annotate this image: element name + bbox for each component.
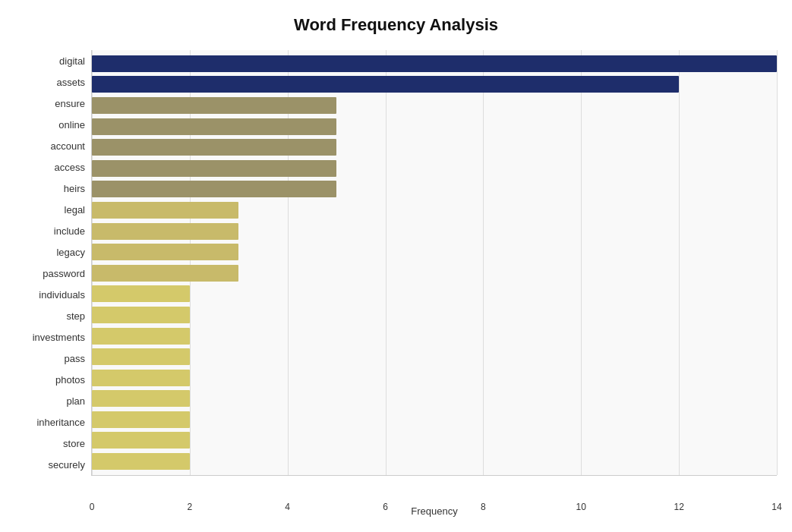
bar-row [92, 200, 777, 221]
x-tick: 14 [771, 502, 781, 512]
bar [92, 432, 190, 449]
x-tick: 6 [383, 502, 388, 512]
x-tick: 8 [481, 502, 486, 512]
bar [92, 390, 190, 407]
y-label: investments [33, 332, 85, 342]
chart-container: Word Frequency Analysis digitalassetsens… [0, 0, 792, 532]
bar-row [92, 367, 777, 389]
y-axis: digitalassetsensureonlineaccountaccesshe… [15, 50, 91, 476]
y-label: access [55, 162, 85, 172]
y-label: password [43, 269, 85, 279]
bar-row [92, 346, 777, 367]
y-label: assets [56, 77, 85, 87]
x-tick: 0 [90, 502, 95, 512]
bar [92, 118, 336, 135]
x-axis-label: Frequency [411, 505, 457, 517]
bar-row [92, 389, 777, 410]
y-label: pass [65, 354, 85, 364]
bars-container [92, 50, 777, 475]
bar [92, 139, 336, 156]
y-label: store [63, 439, 85, 449]
y-label: digital [59, 56, 85, 66]
bar-row [92, 409, 777, 430]
y-label: online [58, 120, 85, 130]
bar [92, 348, 190, 365]
bar-row [92, 304, 777, 326]
bar-row [92, 158, 777, 179]
y-label: step [66, 311, 85, 321]
chart-area: digitalassetsensureonlineaccountaccesshe… [15, 50, 777, 476]
x-tick: 2 [188, 502, 193, 512]
chart-title: Word Frequency Analysis [15, 15, 777, 35]
bar-row [92, 284, 777, 305]
bar [92, 202, 238, 219]
bar [92, 265, 238, 282]
bar-row [92, 326, 777, 347]
bar-row [92, 95, 777, 116]
bar-row [92, 116, 777, 137]
y-label: account [50, 141, 85, 151]
bar [92, 76, 679, 93]
y-label: individuals [39, 290, 85, 300]
bar [92, 160, 336, 177]
bar-row [92, 221, 777, 242]
plot-area: 02468101214 Frequency [91, 50, 777, 476]
bar [92, 244, 238, 260]
y-label: plan [66, 396, 85, 406]
y-label: legal [65, 205, 85, 215]
y-label: photos [55, 375, 85, 385]
y-label: ensure [55, 99, 85, 109]
x-tick: 4 [285, 502, 290, 512]
bar-row [92, 263, 777, 284]
y-label: heirs [64, 184, 85, 194]
bar [92, 55, 777, 72]
bar [92, 328, 190, 345]
bar [92, 307, 190, 323]
bar [92, 453, 190, 470]
y-label: legacy [56, 247, 85, 257]
bar [92, 370, 190, 386]
x-tick: 12 [674, 502, 683, 512]
bar-row [92, 74, 777, 96]
bar-row [92, 137, 777, 158]
bar [92, 181, 336, 197]
y-label: inheritance [36, 417, 85, 427]
y-label: securely [49, 460, 85, 470]
grid-line [777, 50, 778, 475]
bar-row [92, 430, 777, 452]
y-label: include [54, 226, 85, 236]
bar-row [92, 241, 777, 263]
bar [92, 285, 190, 302]
bar [92, 97, 336, 114]
bar-row [92, 451, 777, 472]
bar [92, 223, 238, 240]
bar [92, 411, 190, 428]
bar-row [92, 53, 777, 74]
x-tick: 10 [576, 502, 586, 512]
bar-row [92, 179, 777, 200]
